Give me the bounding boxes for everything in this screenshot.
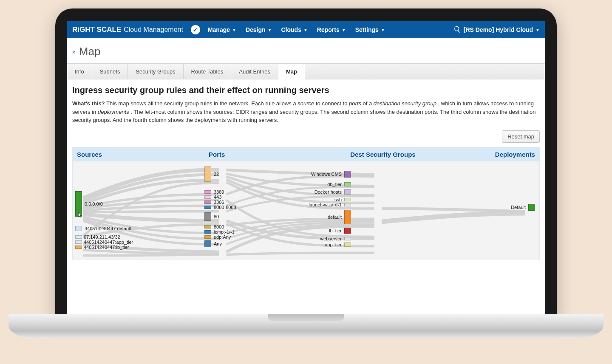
- chevron-down-icon: ▼: [381, 28, 385, 32]
- nav-clouds[interactable]: Clouds▼: [281, 26, 308, 33]
- tab-route-tables[interactable]: Route Tables: [184, 64, 232, 79]
- col-sources-header: Sources: [77, 151, 209, 158]
- port-node-3306[interactable]: 3306: [204, 200, 224, 205]
- deploy-node-default[interactable]: Default: [511, 204, 535, 211]
- tab-subnets[interactable]: Subnets: [92, 64, 128, 79]
- breadcrumb: » Map: [67, 38, 545, 63]
- swatch-icon: [344, 182, 351, 186]
- source-node-default[interactable]: 440514240447:default: [75, 226, 131, 231]
- swatch-icon: [204, 190, 211, 194]
- port-node-22[interactable]: 22: [204, 166, 219, 182]
- swatch-icon: [344, 210, 351, 224]
- brand: RiGHT SCALE Cloud Management: [72, 25, 183, 34]
- chevron-down-icon: ▼: [303, 28, 308, 32]
- nav-manage-label: Manage: [208, 26, 230, 33]
- port-node-8000[interactable]: 8000: [204, 224, 224, 229]
- port-3389-label: 3389: [214, 189, 224, 195]
- swatch-icon: [75, 235, 82, 239]
- port-22-label: 22: [214, 172, 219, 177]
- port-node-8080[interactable]: 8080-8088: [204, 205, 236, 210]
- dsg-node-launch-wizard[interactable]: launch-wizard-1: [309, 202, 351, 207]
- nav-design-label: Design: [246, 26, 266, 33]
- sankey-header: Sources Ports Dest Security Groups Deplo…: [73, 147, 539, 161]
- sankey-body: 0.0.0.0/0 440514240447:default 67.149.21…: [73, 161, 539, 259]
- source-node-app[interactable]: 440514240447:app_tier: [75, 240, 133, 245]
- port-node-icmp[interactable]: icmp:-1/-1: [204, 229, 235, 234]
- swatch-icon: [204, 230, 211, 234]
- dsg-node-docker[interactable]: Docker hosts: [314, 189, 351, 195]
- breadcrumb-chevron-icon: »: [72, 48, 76, 55]
- port-8080-label: 8080-8088: [214, 205, 236, 210]
- swatch-icon: [204, 195, 211, 199]
- dsg-win-label: Windows CMS: [311, 172, 342, 177]
- account-label: [RS Demo] Hybrid Cloud: [464, 26, 533, 33]
- port-node-any[interactable]: Any: [204, 240, 222, 247]
- desc-em1: source: [298, 100, 314, 107]
- col-sources: 0.0.0.0/0 440514240447:default 67.149.21…: [73, 161, 158, 259]
- port-443-label: 443: [214, 195, 221, 200]
- laptop-base: [8, 314, 604, 338]
- desc-t5: . The left-most column shows the sources…: [72, 109, 536, 124]
- nav-manage[interactable]: Manage▼: [208, 26, 236, 33]
- port-node-udp[interactable]: udp:Any: [204, 234, 231, 240]
- nav-clouds-label: Clouds: [281, 26, 301, 33]
- reset-map-button[interactable]: Reset map: [502, 130, 540, 143]
- nav-reports-label: Reports: [317, 26, 340, 33]
- desc-t1: This map shows all the security group ru…: [106, 100, 298, 107]
- port-node-3389[interactable]: 3389: [204, 189, 224, 195]
- dsg-lb-label: lb_tier: [329, 228, 342, 233]
- col-deploy: Default: [480, 161, 535, 259]
- search-icon[interactable]: [453, 25, 461, 34]
- source-lb-label: 440514240447:lb_tier: [84, 245, 129, 250]
- port-icmp-label: icmp:-1/-1: [214, 229, 235, 234]
- nav-settings-label: Settings: [355, 26, 379, 33]
- dsg-node-ssh[interactable]: ssh: [334, 197, 351, 202]
- swatch-icon: [344, 237, 351, 240]
- source-node-lb[interactable]: 440514240447:lb_tier: [75, 245, 129, 250]
- swatch-icon: [344, 171, 351, 178]
- dsg-def-label: default: [328, 214, 342, 220]
- deploy-def-label: Default: [511, 205, 526, 210]
- source-app-label: 440514240447:app_tier: [84, 240, 133, 245]
- swatch-icon: [344, 198, 351, 201]
- page-heading: Ingress security group rules and their e…: [72, 85, 540, 95]
- dsg-node-webserver[interactable]: webserver: [320, 236, 351, 241]
- dsg-node-default[interactable]: default: [328, 210, 351, 224]
- tab-audit-entries[interactable]: Audit Entries: [231, 64, 278, 79]
- laptop-bezel: RiGHT SCALE Cloud Management ✔ Manage▼ D…: [55, 8, 557, 319]
- tab-security-groups[interactable]: Security Groups: [128, 64, 183, 79]
- swatch-icon: [204, 200, 211, 204]
- desc-em4: deployments: [98, 109, 129, 115]
- sankey-diagram: Sources Ports Dest Security Groups Deplo…: [72, 147, 540, 260]
- dsg-node-db-tier[interactable]: db_tier: [327, 182, 351, 187]
- env-badge[interactable]: ✔: [191, 25, 200, 34]
- swatch-icon: [528, 204, 535, 211]
- col-dsg-header: Dest Security Groups: [323, 151, 442, 158]
- col-deploy-header: Deployments: [442, 151, 535, 158]
- account-switcher[interactable]: [RS Demo] Hybrid Cloud▼: [464, 26, 540, 33]
- tab-map[interactable]: Map: [278, 64, 305, 79]
- dsg-ssh-label: ssh: [334, 197, 342, 202]
- dsg-node-app-tier[interactable]: app_tier: [325, 242, 351, 247]
- nav-settings[interactable]: Settings▼: [355, 26, 385, 33]
- source-node-ip[interactable]: 67.149.211.43/32: [75, 234, 120, 240]
- port-node-80[interactable]: 80: [204, 212, 219, 221]
- swatch-icon: [204, 225, 211, 229]
- dsg-node-lb-tier[interactable]: lb_tier: [329, 228, 351, 234]
- swatch-icon: [75, 245, 82, 249]
- main-nav: Manage▼ Design▼ Clouds▼ Reports▼ Setting…: [208, 26, 385, 33]
- cursor-pointer-icon: [76, 211, 84, 220]
- app-screen: RiGHT SCALE Cloud Management ✔ Manage▼ D…: [67, 21, 545, 314]
- col-ports-header: Ports: [209, 151, 323, 158]
- content: Ingress security group rules and their e…: [67, 79, 545, 265]
- dsg-node-windows-cms[interactable]: Windows CMS: [311, 171, 351, 178]
- port-node-443[interactable]: 443: [204, 195, 221, 200]
- port-80-label: 80: [214, 214, 219, 219]
- tab-info[interactable]: Info: [67, 64, 92, 79]
- desc-t2: to connect to: [316, 100, 349, 107]
- tabbar: Info Subnets Security Groups Route Table…: [67, 63, 545, 79]
- nav-design[interactable]: Design▼: [246, 26, 272, 33]
- dsg-lw-label: launch-wizard-1: [309, 202, 342, 207]
- nav-reports[interactable]: Reports▼: [317, 26, 346, 33]
- port-3306-label: 3306: [214, 200, 224, 205]
